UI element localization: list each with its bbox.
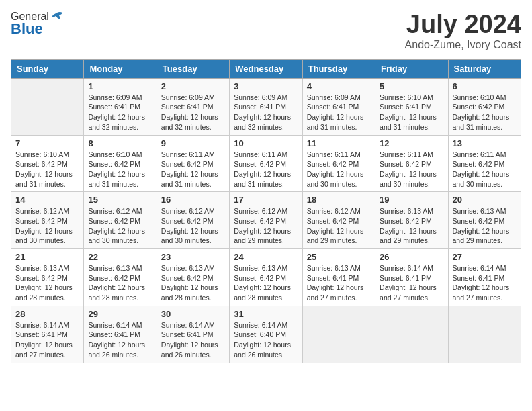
day-number: 6 bbox=[453, 81, 517, 91]
calendar-cell: 19Sunrise: 6:13 AM Sunset: 6:42 PM Dayli… bbox=[375, 192, 448, 249]
calendar-cell: 5Sunrise: 6:10 AM Sunset: 6:41 PM Daylig… bbox=[375, 78, 448, 135]
day-number: 28 bbox=[15, 309, 79, 319]
day-info: Sunrise: 6:12 AM Sunset: 6:42 PM Dayligh… bbox=[161, 206, 225, 246]
calendar-cell: 22Sunrise: 6:13 AM Sunset: 6:42 PM Dayli… bbox=[84, 249, 157, 306]
calendar-cell: 16Sunrise: 6:12 AM Sunset: 6:42 PM Dayli… bbox=[157, 192, 229, 249]
calendar-cell: 30Sunrise: 6:14 AM Sunset: 6:41 PM Dayli… bbox=[157, 306, 229, 363]
day-number: 14 bbox=[15, 195, 79, 205]
calendar-cell bbox=[448, 306, 521, 363]
calendar-week-row: 7Sunrise: 6:10 AM Sunset: 6:42 PM Daylig… bbox=[11, 135, 521, 192]
day-info: Sunrise: 6:13 AM Sunset: 6:42 PM Dayligh… bbox=[161, 263, 225, 303]
calendar-cell: 29Sunrise: 6:14 AM Sunset: 6:41 PM Dayli… bbox=[84, 306, 157, 363]
day-info: Sunrise: 6:11 AM Sunset: 6:42 PM Dayligh… bbox=[453, 150, 517, 189]
logo-blue-text: Blue bbox=[11, 20, 43, 38]
col-sunday: Sunday bbox=[11, 59, 84, 78]
day-number: 20 bbox=[453, 195, 517, 205]
col-wednesday: Wednesday bbox=[230, 59, 302, 78]
calendar-cell: 9Sunrise: 6:11 AM Sunset: 6:42 PM Daylig… bbox=[157, 135, 229, 192]
calendar-cell: 24Sunrise: 6:13 AM Sunset: 6:42 PM Dayli… bbox=[230, 249, 302, 306]
calendar-cell: 8Sunrise: 6:10 AM Sunset: 6:42 PM Daylig… bbox=[84, 135, 157, 192]
day-number: 24 bbox=[234, 252, 298, 262]
day-info: Sunrise: 6:13 AM Sunset: 6:42 PM Dayligh… bbox=[380, 206, 443, 246]
day-info: Sunrise: 6:13 AM Sunset: 6:42 PM Dayligh… bbox=[88, 263, 152, 303]
col-tuesday: Tuesday bbox=[157, 59, 229, 78]
day-number: 10 bbox=[234, 138, 298, 148]
day-info: Sunrise: 6:10 AM Sunset: 6:42 PM Dayligh… bbox=[453, 93, 517, 132]
day-number: 3 bbox=[234, 81, 298, 91]
calendar-cell: 18Sunrise: 6:12 AM Sunset: 6:42 PM Dayli… bbox=[302, 192, 375, 249]
day-number: 27 bbox=[453, 252, 517, 262]
logo-bird-icon bbox=[50, 11, 64, 22]
day-number: 19 bbox=[380, 195, 443, 205]
day-number: 7 bbox=[15, 138, 79, 148]
calendar-cell: 15Sunrise: 6:12 AM Sunset: 6:42 PM Dayli… bbox=[84, 192, 157, 249]
day-number: 23 bbox=[161, 252, 225, 262]
calendar-cell: 26Sunrise: 6:14 AM Sunset: 6:41 PM Dayli… bbox=[375, 249, 448, 306]
day-number: 25 bbox=[307, 252, 371, 262]
day-number: 9 bbox=[161, 138, 225, 148]
calendar-week-row: 14Sunrise: 6:12 AM Sunset: 6:42 PM Dayli… bbox=[11, 192, 521, 249]
day-number: 4 bbox=[307, 81, 371, 91]
day-info: Sunrise: 6:09 AM Sunset: 6:41 PM Dayligh… bbox=[234, 93, 298, 132]
day-info: Sunrise: 6:09 AM Sunset: 6:41 PM Dayligh… bbox=[161, 93, 225, 132]
day-number: 26 bbox=[380, 252, 443, 262]
day-number: 13 bbox=[453, 138, 517, 148]
day-info: Sunrise: 6:12 AM Sunset: 6:42 PM Dayligh… bbox=[234, 206, 298, 246]
calendar-week-row: 1Sunrise: 6:09 AM Sunset: 6:41 PM Daylig… bbox=[11, 78, 521, 135]
day-info: Sunrise: 6:14 AM Sunset: 6:41 PM Dayligh… bbox=[88, 320, 152, 360]
calendar-cell: 25Sunrise: 6:13 AM Sunset: 6:41 PM Dayli… bbox=[302, 249, 375, 306]
day-info: Sunrise: 6:13 AM Sunset: 6:42 PM Dayligh… bbox=[453, 206, 517, 246]
day-number: 17 bbox=[234, 195, 298, 205]
day-info: Sunrise: 6:11 AM Sunset: 6:42 PM Dayligh… bbox=[307, 150, 371, 189]
calendar-cell: 6Sunrise: 6:10 AM Sunset: 6:42 PM Daylig… bbox=[448, 78, 521, 135]
day-number: 12 bbox=[380, 138, 443, 148]
calendar-cell bbox=[11, 78, 84, 135]
day-number: 21 bbox=[15, 252, 79, 262]
day-number: 22 bbox=[88, 252, 152, 262]
day-info: Sunrise: 6:11 AM Sunset: 6:42 PM Dayligh… bbox=[161, 150, 225, 189]
calendar-cell: 14Sunrise: 6:12 AM Sunset: 6:42 PM Dayli… bbox=[11, 192, 84, 249]
calendar-cell bbox=[302, 306, 375, 363]
day-info: Sunrise: 6:14 AM Sunset: 6:41 PM Dayligh… bbox=[15, 320, 79, 360]
calendar-cell: 2Sunrise: 6:09 AM Sunset: 6:41 PM Daylig… bbox=[157, 78, 229, 135]
col-saturday: Saturday bbox=[448, 59, 521, 78]
day-number: 8 bbox=[88, 138, 152, 148]
day-number: 30 bbox=[161, 309, 225, 319]
calendar-cell: 13Sunrise: 6:11 AM Sunset: 6:42 PM Dayli… bbox=[448, 135, 521, 192]
col-friday: Friday bbox=[375, 59, 448, 78]
day-info: Sunrise: 6:13 AM Sunset: 6:41 PM Dayligh… bbox=[307, 263, 371, 303]
calendar-cell: 31Sunrise: 6:14 AM Sunset: 6:40 PM Dayli… bbox=[230, 306, 302, 363]
day-info: Sunrise: 6:14 AM Sunset: 6:41 PM Dayligh… bbox=[161, 320, 225, 360]
calendar-cell: 28Sunrise: 6:14 AM Sunset: 6:41 PM Dayli… bbox=[11, 306, 84, 363]
month-title: July 2024 bbox=[405, 11, 521, 39]
calendar-cell: 27Sunrise: 6:14 AM Sunset: 6:41 PM Dayli… bbox=[448, 249, 521, 306]
day-number: 29 bbox=[88, 309, 152, 319]
calendar-week-row: 21Sunrise: 6:13 AM Sunset: 6:42 PM Dayli… bbox=[11, 249, 521, 306]
header-row: Sunday Monday Tuesday Wednesday Thursday… bbox=[11, 59, 521, 78]
calendar-cell: 3Sunrise: 6:09 AM Sunset: 6:41 PM Daylig… bbox=[230, 78, 302, 135]
logo: General Blue bbox=[11, 11, 64, 38]
calendar-cell: 7Sunrise: 6:10 AM Sunset: 6:42 PM Daylig… bbox=[11, 135, 84, 192]
calendar-cell: 11Sunrise: 6:11 AM Sunset: 6:42 PM Dayli… bbox=[302, 135, 375, 192]
day-info: Sunrise: 6:11 AM Sunset: 6:42 PM Dayligh… bbox=[234, 150, 298, 189]
day-info: Sunrise: 6:10 AM Sunset: 6:42 PM Dayligh… bbox=[88, 150, 152, 189]
col-monday: Monday bbox=[84, 59, 157, 78]
calendar-cell: 21Sunrise: 6:13 AM Sunset: 6:42 PM Dayli… bbox=[11, 249, 84, 306]
title-area: July 2024 Ando-Zume, Ivory Coast bbox=[405, 11, 521, 51]
calendar-cell: 10Sunrise: 6:11 AM Sunset: 6:42 PM Dayli… bbox=[230, 135, 302, 192]
day-info: Sunrise: 6:12 AM Sunset: 6:42 PM Dayligh… bbox=[88, 206, 152, 246]
calendar-cell: 4Sunrise: 6:09 AM Sunset: 6:41 PM Daylig… bbox=[302, 78, 375, 135]
calendar-cell: 1Sunrise: 6:09 AM Sunset: 6:41 PM Daylig… bbox=[84, 78, 157, 135]
day-info: Sunrise: 6:11 AM Sunset: 6:42 PM Dayligh… bbox=[380, 150, 443, 189]
calendar-cell: 17Sunrise: 6:12 AM Sunset: 6:42 PM Dayli… bbox=[230, 192, 302, 249]
day-number: 18 bbox=[307, 195, 371, 205]
day-info: Sunrise: 6:14 AM Sunset: 6:41 PM Dayligh… bbox=[453, 263, 517, 303]
col-thursday: Thursday bbox=[302, 59, 375, 78]
day-info: Sunrise: 6:09 AM Sunset: 6:41 PM Dayligh… bbox=[307, 93, 371, 132]
day-number: 5 bbox=[380, 81, 443, 91]
day-info: Sunrise: 6:09 AM Sunset: 6:41 PM Dayligh… bbox=[88, 93, 152, 132]
day-info: Sunrise: 6:10 AM Sunset: 6:41 PM Dayligh… bbox=[380, 93, 443, 132]
calendar-cell: 23Sunrise: 6:13 AM Sunset: 6:42 PM Dayli… bbox=[157, 249, 229, 306]
location-title: Ando-Zume, Ivory Coast bbox=[405, 39, 521, 51]
day-number: 2 bbox=[161, 81, 225, 91]
